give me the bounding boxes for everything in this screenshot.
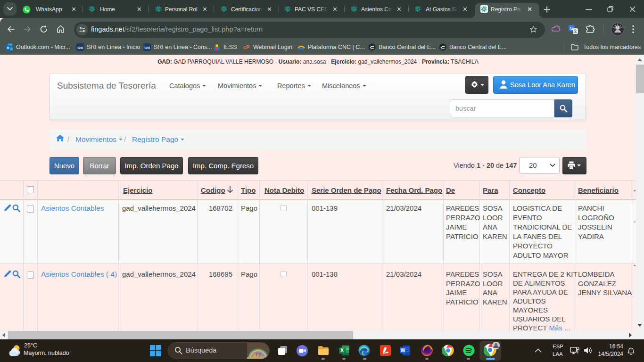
svg-text:X: X [340, 347, 344, 353]
svg-text:G: G [570, 26, 573, 31]
svg-text:W: W [401, 347, 405, 353]
svg-text:文: 文 [573, 29, 578, 33]
svg-text:SRI: SRI [144, 46, 150, 49]
svg-text:SRI: SRI [77, 46, 83, 49]
svg-text:cP: cP [243, 44, 249, 50]
svg-text:o: o [7, 45, 9, 50]
